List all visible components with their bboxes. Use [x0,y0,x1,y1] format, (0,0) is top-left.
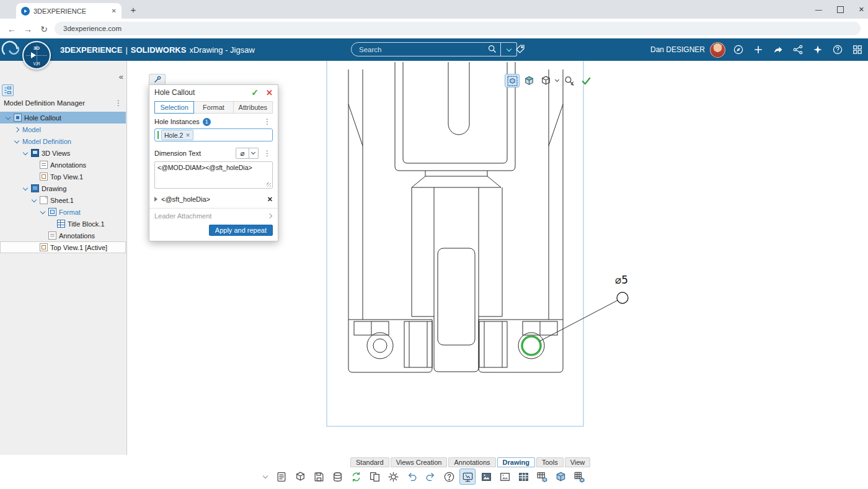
collapse-panel-icon[interactable]: « [119,72,123,81]
capture-icon[interactable] [459,469,476,485]
dialog-docked-tab[interactable] [149,74,166,84]
symbol-dropdown-arrow[interactable] [249,148,258,158]
ribbon-tab-standard[interactable]: Standard [350,457,389,467]
forward-icon[interactable]: → [21,22,35,36]
tree-item-format[interactable]: Format [0,206,126,218]
back-icon[interactable]: ← [5,22,19,36]
remove-variable-icon[interactable]: ✕ [267,195,273,204]
tree-item-drawing[interactable]: Drawing [0,182,126,194]
ribbon-tab-tools[interactable]: Tools [536,457,564,467]
account-area[interactable]: Dan DESIGNER [650,38,725,61]
hole-callout-label[interactable]: ⌀5 [615,274,628,286]
accept-icon[interactable] [578,74,593,87]
variable-expander-row[interactable]: <@sft_holeDia> ✕ [154,193,273,205]
instances-menu-icon[interactable]: ⋮ [262,117,273,126]
minimize-icon[interactable]: — [815,6,822,13]
add-icon[interactable] [753,44,764,55]
ribbon-tab-drawing[interactable]: Drawing [497,457,535,467]
tree-item-model-definition[interactable]: Model Definition [0,135,126,147]
new-sheet-icon[interactable] [273,469,290,485]
toolbar-collapse-icon[interactable] [260,472,270,482]
share-network-icon[interactable] [792,44,804,55]
model-cube-icon[interactable] [521,74,536,87]
ribbon-tab-views-creation[interactable]: Views Creation [391,457,448,467]
hole-instances-field[interactable]: Hole.2 ✕ [154,128,273,141]
chevron-down-icon[interactable] [22,186,29,192]
chevron-down-icon[interactable] [22,150,29,156]
chevron-down-icon[interactable] [5,115,11,121]
diameter-symbol[interactable]: ⌀ [236,148,249,158]
view-3d-icon[interactable] [552,469,569,485]
tree-item-top-view-1-active[interactable]: Top View.1 [Active] [0,241,126,253]
browser-tab[interactable]: 3DEXPERIENCE ✕ [16,3,122,19]
close-window-icon[interactable]: ✕ [859,6,864,14]
close-dialog-icon[interactable]: ✕ [266,88,273,97]
chevron-right-icon[interactable] [14,127,20,133]
compass-icon[interactable] [733,44,744,55]
symbol-dropdown[interactable]: ⌀ [236,148,259,159]
tree-item-annotations[interactable]: Annotations [0,159,126,171]
address-bar[interactable]: 3dexperience.com [55,22,861,35]
app-grid-icon[interactable] [852,44,863,55]
reload-icon[interactable]: ↻ [37,22,51,36]
hole-chip[interactable]: Hole.2 ✕ [161,130,193,140]
tab-close-icon[interactable]: ✕ [112,7,117,14]
grid-3d-icon[interactable] [571,469,587,485]
widgets-icon[interactable] [812,44,823,55]
ok-icon[interactable]: ✓ [251,87,259,97]
compass-widget[interactable]: 3D V,R [22,41,51,70]
search-input[interactable] [351,42,501,56]
ribbon-tab-annotations[interactable]: Annotations [448,457,495,467]
chevron-down-icon[interactable] [555,78,560,83]
dialog-header[interactable]: Hole Callout ✓ ✕ [149,85,278,100]
insert-table-icon[interactable] [515,469,531,485]
avatar[interactable] [710,42,725,58]
chevron-down-icon[interactable] [40,209,46,215]
explore-key-icon[interactable] [562,74,577,87]
update-views-icon[interactable] [348,469,364,485]
selected-hole-highlight[interactable] [522,336,541,355]
apply-and-repeat-button[interactable]: Apply and repeat [209,225,273,236]
help-icon[interactable] [441,469,457,485]
share-icon[interactable] [773,44,784,55]
dimension-menu-icon[interactable]: ⋮ [262,149,273,158]
new-tab-icon[interactable]: + [128,4,139,15]
undo-icon[interactable] [404,469,420,485]
save-icon[interactable] [311,469,327,485]
projected-view-icon[interactable] [292,469,308,485]
search-icon[interactable] [487,44,497,55]
display-style-icon[interactable] [538,74,553,87]
save-to-platform-icon[interactable] [329,469,345,485]
tree-item-model[interactable]: Model [0,123,126,135]
tree-item-annotations[interactable]: Annotations [0,230,126,241]
remove-chip-icon[interactable]: ✕ [185,132,190,138]
leader-attachment-row[interactable]: Leader Attachment [154,209,273,223]
bom-table-icon[interactable] [534,469,550,485]
tree-item-hole-callout[interactable]: Hole Callout [0,112,126,123]
tree-item-title-block-1[interactable]: Title Block.1 [0,218,126,230]
dialog-tab-format[interactable]: Format [193,101,233,114]
image-frame-icon[interactable] [497,469,513,485]
options-icon[interactable] [385,469,401,485]
chevron-down-icon[interactable] [14,138,20,145]
tree-item-top-view-1[interactable]: Top View.1 [0,171,126,182]
panel-menu-icon[interactable]: ⋮ [113,99,124,107]
edit-view-icon[interactable] [505,74,520,87]
variable-label: <@sft_holeDia> [161,195,210,203]
chevron-down-icon[interactable] [31,197,37,204]
tree-view-icon[interactable] [2,84,14,96]
tag-icon[interactable] [515,43,526,56]
tree-item-3d-views[interactable]: 3D Views [0,147,126,159]
redo-icon[interactable] [422,469,438,485]
expand-triangle-icon[interactable] [154,197,157,202]
leader-attachment-circle[interactable] [617,292,628,303]
maximize-icon[interactable] [837,6,844,13]
help-icon[interactable] [832,44,843,55]
replace-sheet-icon[interactable] [366,469,383,485]
dialog-tab-attributes[interactable]: Attributes [233,101,273,114]
tree-item-sheet-1[interactable]: Sheet.1 [0,194,126,206]
insert-image-icon[interactable] [478,469,494,485]
dialog-tab-selection[interactable]: Selection [154,101,194,114]
dimension-text-input[interactable]: <@MOD-DIAM><@sft_holeDia> [154,161,273,189]
ribbon-tab-view[interactable]: View [565,457,591,467]
